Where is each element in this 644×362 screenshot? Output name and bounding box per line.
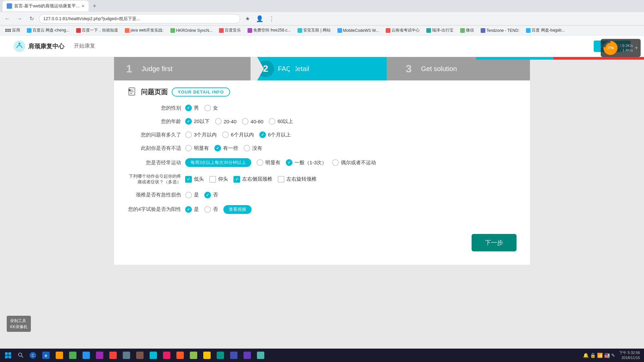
discomfort-none-radio[interactable] [244,145,250,152]
taskbar-explorer[interactable] [53,349,66,361]
duration-over6mo[interactable]: 6个月以上 [259,131,291,138]
age-under20-radio[interactable] [185,118,192,125]
discomfort-obvious-radio[interactable] [185,145,192,152]
gender-male-radio[interactable] [185,105,192,111]
duration-6mo-radio[interactable] [222,131,229,138]
gender-male[interactable]: 男 [185,105,199,111]
exercise-normal[interactable]: 一般（1-3次） [286,159,327,166]
trigger-sidebend-cb[interactable] [233,176,240,183]
bookmark-free258[interactable]: 免费空间 free258.c... [245,27,293,34]
discomfort-some[interactable]: 有一些 [214,145,238,152]
duration-over6mo-radio[interactable] [259,131,266,138]
trigger-lowhead[interactable]: 低头 [185,176,204,183]
tab-close-button[interactable]: ✕ [82,4,85,8]
bookmark-bagab[interactable]: 百度 网盘-bagab... [523,27,568,34]
taskbar-cortana[interactable]: C [27,349,39,361]
step-1[interactable]: 1 Judge first [114,57,251,80]
next-button[interactable]: 下一步 [472,234,517,251]
taskbar-app10[interactable] [160,349,173,361]
bookmark-hkr[interactable]: HKROnline SyncN... [168,27,215,34]
trigger-sidebend[interactable]: 左右侧屈颈椎 [233,176,272,183]
age-20-40-radio[interactable] [215,118,222,125]
duration-3mo[interactable]: 3个月以内 [185,131,217,138]
taskbar-app3[interactable] [66,349,79,361]
forward-button[interactable]: → [15,14,24,23]
taskbar-app14[interactable] [214,349,227,361]
bookmark-mobile[interactable]: MobileCodeWS W... [335,27,382,34]
gender-female-radio[interactable] [204,105,211,111]
duration-6mo[interactable]: 6个月以内 [222,131,254,138]
taskbar-app11[interactable] [174,349,186,361]
trigger-lowhead-cb[interactable] [185,176,192,183]
taskbar-app7[interactable] [120,349,133,361]
exercise-rarely[interactable]: 偶尔或者不运动 [332,159,376,166]
taskbar-edge[interactable]: e [40,349,52,361]
age-over60-radio[interactable] [269,118,275,125]
bookmark-yunnan[interactable]: 云南省考试中心 [383,27,422,34]
exercise-rarely-radio[interactable] [332,159,339,166]
bookmark-baidu[interactable]: 百度一下，你就知道 [73,27,121,34]
svg-rect-9 [5,356,8,358]
age-over60[interactable]: 60以上 [269,118,293,125]
taskbar-app8[interactable] [133,349,146,361]
bookmark-apps[interactable]: 应用 [3,27,23,34]
taskbar-app5[interactable] [93,349,106,361]
taskbar-app15[interactable] [227,349,240,361]
bookmark-java[interactable]: java web开发实战: [122,27,166,34]
back-button[interactable]: ← [3,14,12,23]
user-avatar[interactable]: 👤 [255,14,264,23]
age-40-60-radio[interactable] [242,118,249,125]
injury-no[interactable]: 否 [204,192,218,198]
url-input[interactable]: 127.0.0.1:81/health/step2.php?judged=枕后下… [39,14,240,23]
age-40-60[interactable]: 40-60 [242,118,263,125]
exercise-normal-radio[interactable] [286,159,292,166]
taskbar-app4[interactable] [80,349,93,361]
duration-3mo-radio[interactable] [185,131,192,138]
taskbar-app17[interactable] [254,349,267,361]
tab-title: 首页-基于web的肩颈运动康复平... [14,3,79,9]
age-20-40[interactable]: 20-40 [215,118,236,125]
trigger-lookup[interactable]: 仰头 [209,176,228,183]
bookmark-weixin[interactable]: 微信 [458,27,477,34]
new-tab-button[interactable]: + [90,1,99,11]
discomfort-obvious[interactable]: 明显有 [185,145,209,152]
date: 2018/11/15 [619,355,640,360]
injury-yes[interactable]: 是 [185,192,199,198]
injury-no-radio[interactable] [204,192,211,198]
taskbar-app9[interactable] [147,349,160,361]
active-tab[interactable]: 首页-基于web的肩颈运动康复平... ✕ [3,1,89,11]
bookmark-tendzone[interactable]: Tendzone - TEND: [478,27,522,34]
bookmark-anan[interactable]: 安安互联 | 网站 [295,27,333,34]
reload-button[interactable]: ↻ [27,14,36,23]
taskbar-app12[interactable] [187,349,200,361]
menu-button[interactable]: ⋮ [267,14,276,23]
start-button[interactable] [1,349,15,361]
taskbar-app16[interactable] [241,349,254,361]
taskbar-app6[interactable] [107,349,119,361]
fourchar-yes[interactable]: 是 [185,206,199,213]
trigger-rotate-cb[interactable] [278,176,284,183]
bookmark-baiduyun[interactable]: 百度云 网盘-cheng... [24,27,72,34]
exercise-obvious-radio[interactable] [257,159,263,166]
bookmark-music[interactable]: 百度音乐 [216,27,244,34]
fourchar-yes-radio[interactable] [185,206,192,213]
taskbar-app13[interactable] [201,349,213,361]
video-button[interactable]: 查看视频 [223,205,252,214]
bookmark-ruize[interactable]: 瑞泽-出行宝 [424,27,456,34]
trigger-rotate[interactable]: 左右旋转颈椎 [278,176,317,183]
fourchar-no[interactable]: 否 [204,206,218,213]
gender-female[interactable]: 女 [204,105,218,111]
exercise-obvious[interactable]: 明显有 [257,159,280,166]
discomfort-some-radio[interactable] [214,145,221,152]
progress-add-button[interactable]: + [635,45,638,51]
discomfort-none[interactable]: 没有 [244,145,262,152]
bookmark-star[interactable]: ★ [243,14,252,23]
fourchar-no-radio[interactable] [204,206,211,213]
step-3[interactable]: 3 Get solution [387,57,530,80]
age-under20[interactable]: 20以下 [185,118,210,125]
injury-yes-radio[interactable] [185,192,192,198]
step-2[interactable]: 2 FAQ detail [251,57,387,80]
trigger-lookup-cb[interactable] [209,176,216,183]
taskbar-search[interactable] [15,349,26,361]
duration-label: 您的问题有多久了 [127,132,181,138]
